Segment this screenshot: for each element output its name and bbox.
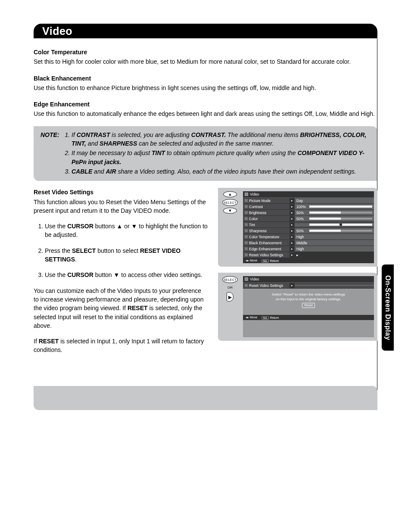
text-black-enhancement: Use this function to enhance Picture bri… bbox=[34, 84, 377, 92]
text-edge-enhancement: Use this function to automatically enhan… bbox=[34, 109, 377, 118]
heading-edge-enhancement: Edge Enhancement bbox=[34, 100, 377, 109]
heading-black-enhancement: Black Enhancement bbox=[34, 74, 377, 83]
menu-row[interactable]: Picture Mode▸Day bbox=[243, 198, 374, 204]
menu-title: Video bbox=[250, 192, 259, 196]
body-text: Color Temperature Set this to High for c… bbox=[34, 48, 377, 118]
remote-buttons: ▲ SELECT ▼ bbox=[221, 191, 239, 263]
menu-row[interactable]: Contrast▸100% bbox=[243, 204, 374, 210]
reset-para-2: If RESET is selected in Input 1, only In… bbox=[34, 337, 208, 355]
page-title: Video bbox=[42, 25, 72, 37]
step-2: Press the SELECT button to select RESET … bbox=[45, 246, 208, 264]
menu-icon bbox=[245, 277, 248, 281]
title-bar: Video bbox=[34, 24, 377, 38]
return-hint: SEL Return bbox=[262, 316, 279, 319]
reset-button[interactable]: Reset bbox=[302, 303, 315, 308]
menu-footer: ◂▸ Move SEL Return bbox=[243, 315, 374, 320]
note-box: NOTE: If CONTRAST is selected, you are a… bbox=[34, 126, 377, 181]
menu-icon bbox=[245, 193, 248, 196]
cursor-right-button[interactable]: ▸ bbox=[227, 292, 234, 302]
reset-para-1: You can customize each of the Video Inpu… bbox=[34, 286, 208, 330]
reset-intro: This function allows you to Reset the Vi… bbox=[34, 198, 208, 215]
cursor-down-button[interactable]: ▼ bbox=[223, 208, 237, 214]
step-3: Use the CURSOR button ▼ to access other … bbox=[45, 271, 208, 279]
menu-row[interactable]: Sharpness▸50% bbox=[243, 228, 374, 234]
heading-color-temperature: Color Temperature bbox=[34, 48, 377, 56]
menu-row-reset[interactable]: Reset Video Settings ▸ bbox=[243, 283, 374, 289]
heading-reset-video-settings: Reset Video Settings bbox=[34, 188, 208, 196]
reset-message: Select "Reset" to return the video menu … bbox=[243, 289, 374, 310]
menu-row[interactable]: Color Temperature▸High bbox=[243, 234, 374, 240]
or-label: OR bbox=[227, 286, 233, 289]
menu-row[interactable]: Brightness▸50% bbox=[243, 210, 374, 216]
note-item-1: If CONTRAST is selected, you are adjusti… bbox=[72, 131, 371, 148]
osd-menu: Video Picture Mode▸DayContrast▸100%Brigh… bbox=[243, 191, 374, 263]
text-color-temperature: Set this to High for cooler color with m… bbox=[34, 57, 377, 66]
menu-row[interactable]: Color▸50% bbox=[243, 216, 374, 222]
menu-title: Video bbox=[250, 277, 259, 281]
side-tab-on-screen-display: On-Screen Display bbox=[382, 264, 394, 351]
menu-footer: ◂▸ Move SEL Return bbox=[243, 258, 374, 263]
osd-panel-video-menu: ▲ SELECT ▼ Video Picture Mode▸DayContras… bbox=[218, 188, 377, 267]
move-hint: ◂▸ Move bbox=[246, 259, 257, 262]
move-hint: ◂▸ Move bbox=[246, 316, 257, 319]
remote-buttons-2: SELECT OR ▸ bbox=[221, 276, 239, 337]
select-button[interactable]: SELECT bbox=[222, 199, 238, 206]
return-hint: SEL Return bbox=[262, 259, 279, 262]
step-1: Use the CURSOR buttons ▲ or ▼ to highlig… bbox=[45, 222, 208, 240]
left-column: Reset Video Settings This function allow… bbox=[34, 188, 208, 361]
right-column: ▲ SELECT ▼ Video Picture Mode▸DayContras… bbox=[218, 188, 377, 361]
osd-panel-reset: SELECT OR ▸ Video Reset Video Settings ▸ bbox=[218, 273, 377, 341]
two-column: Reset Video Settings This function allow… bbox=[34, 188, 377, 361]
note-label: NOTE: bbox=[40, 131, 59, 138]
cursor-up-button[interactable]: ▲ bbox=[223, 191, 237, 197]
select-button[interactable]: SELECT bbox=[222, 276, 238, 283]
bottom-placeholder-box bbox=[34, 386, 377, 410]
page: Video Color Temperature Set this to High… bbox=[0, 0, 411, 472]
menu-header: Video bbox=[243, 191, 374, 198]
menu-row[interactable]: Edge Enhancement▸High bbox=[243, 246, 374, 252]
menu-header: Video bbox=[243, 276, 374, 283]
menu-row[interactable]: Tint▸ bbox=[243, 222, 374, 228]
note-item-2: It may be necessary to adjust TINT to ob… bbox=[72, 149, 371, 166]
menu-row[interactable]: Black Enhancement▸Middle bbox=[243, 240, 374, 246]
menu-row[interactable]: Reset Video Settings▸▸ bbox=[243, 252, 374, 258]
osd-menu-reset: Video Reset Video Settings ▸ Select "Res… bbox=[243, 276, 374, 337]
note-item-3: CABLE and AIR share a Video setting. Als… bbox=[72, 167, 371, 176]
